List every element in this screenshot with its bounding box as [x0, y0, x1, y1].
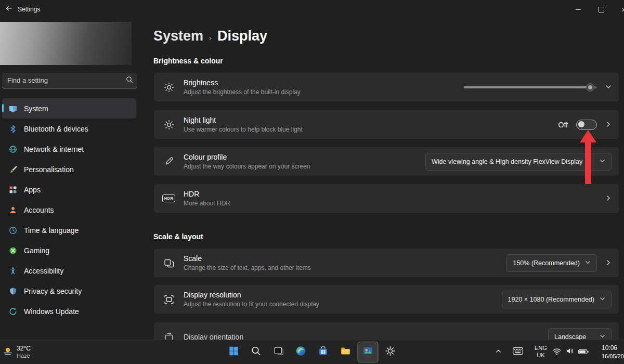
sidebar-item-accessibility[interactable]: Accessibility — [2, 261, 136, 281]
scale-title: Scale — [184, 254, 311, 263]
back-arrow-icon — [5, 5, 12, 14]
night-light-toggle[interactable] — [576, 120, 597, 130]
section-scale-layout: Scale & layout — [153, 232, 203, 241]
maximize-button[interactable] — [590, 0, 613, 19]
display-resolution-dropdown[interactable]: 1920 × 1080 (Recommended) — [502, 291, 612, 308]
sidebar-item-label: Accessibility — [24, 267, 63, 275]
sidebar-item-label: Apps — [24, 186, 41, 194]
sidebar-item-label: Gaming — [24, 246, 49, 255]
night-light-icon — [154, 120, 184, 130]
language-code: ENG — [535, 345, 547, 352]
colour-profile-card[interactable]: Colour profile Adjust the way colours ap… — [153, 147, 619, 176]
sidebar-item-apps[interactable]: Apps — [2, 179, 136, 200]
sidebar-item-privacy-security[interactable]: Privacy & security — [2, 281, 136, 301]
weather-haze-icon — [3, 346, 13, 358]
sidebar-item-label: Accounts — [24, 206, 54, 214]
brightness-slider[interactable] — [464, 83, 597, 92]
sidebar: System Bluetooth & devices Network & int… — [0, 19, 138, 340]
minimize-button[interactable] — [567, 0, 590, 19]
start-button[interactable] — [224, 342, 244, 362]
night-light-card[interactable]: Night light Use warmer colours to help b… — [153, 110, 619, 139]
brightness-slider-fill — [464, 86, 590, 88]
colour-profile-dropdown[interactable]: Wide viewing angle & High density FlexVi… — [425, 153, 612, 171]
edge-browser-button[interactable] — [291, 342, 311, 362]
chevron-down-icon — [585, 259, 591, 267]
window-title: Settings — [18, 6, 40, 13]
task-view-button[interactable] — [268, 342, 289, 362]
chevron-right-icon[interactable] — [605, 194, 612, 203]
file-explorer-button[interactable] — [335, 342, 356, 362]
sidebar-item-bluetooth-devices[interactable]: Bluetooth & devices — [2, 119, 136, 139]
page-title: Display — [217, 28, 267, 44]
sidebar-item-network-internet[interactable]: Network & internet — [2, 139, 136, 159]
wifi-icon — [552, 347, 562, 357]
sidebar-item-gaming[interactable]: Gaming — [2, 240, 136, 261]
sidebar-item-personalisation[interactable]: Personalisation — [2, 159, 136, 179]
section-brightness-colour: Brightness & colour — [153, 57, 223, 65]
accessibility-person-icon — [8, 267, 17, 275]
sidebar-item-label: Bluetooth & devices — [24, 125, 88, 133]
touch-keyboard-button[interactable] — [513, 340, 523, 364]
search-input[interactable] — [6, 76, 126, 85]
clock-widget[interactable]: 10:06 16/05/2023 — [602, 340, 624, 364]
breadcrumb-separator-icon: › — [209, 33, 212, 42]
scale-value: 150% (Recommended) — [513, 259, 580, 267]
chevron-right-icon[interactable] — [605, 120, 612, 129]
chevron-down-icon[interactable] — [605, 83, 612, 92]
tray-show-hidden-icons-button[interactable] — [495, 340, 502, 364]
search-icon — [251, 346, 262, 358]
shield-icon — [8, 287, 17, 295]
display-resolution-subtitle: Adjust the resolution to fit your connec… — [184, 301, 319, 308]
brightness-sun-icon — [154, 82, 184, 93]
display-resolution-card[interactable]: Display resolution Adjust the resolution… — [153, 284, 619, 314]
language-region: UK — [535, 352, 547, 359]
clock-icon — [8, 226, 17, 235]
sidebar-item-windows-update[interactable]: Windows Update — [2, 301, 136, 321]
back-button[interactable] — [0, 0, 18, 19]
weather-widget[interactable]: 32°C Haze — [3, 340, 31, 364]
microsoft-store-button[interactable] — [313, 342, 334, 362]
breadcrumb-system[interactable]: System — [153, 28, 203, 44]
apps-grid-icon — [8, 186, 17, 194]
scale-subtitle: Change the size of text, apps, and other… — [184, 264, 311, 271]
minimize-icon — [576, 9, 581, 10]
bluetooth-icon — [8, 125, 17, 133]
sidebar-item-label: Windows Update — [24, 307, 79, 316]
sidebar-item-label: Network & internet — [24, 145, 84, 153]
store-icon — [318, 345, 329, 359]
weather-temp: 32°C — [17, 345, 31, 352]
colour-profile-subtitle: Adjust the way colours appear on your sc… — [184, 163, 310, 170]
keyboard-icon — [513, 347, 523, 357]
chevron-right-icon[interactable] — [605, 258, 612, 268]
active-app-button[interactable] — [358, 342, 379, 362]
profile-image-placeholder — [0, 22, 132, 65]
scale-card[interactable]: Scale Change the size of text, apps, and… — [153, 248, 619, 278]
edge-icon — [295, 345, 307, 359]
sidebar-item-system[interactable]: System — [2, 98, 136, 119]
window-controls: × — [567, 0, 624, 19]
brightness-slider-knob[interactable] — [586, 83, 594, 92]
scale-dropdown[interactable]: 150% (Recommended) — [506, 254, 597, 272]
settings-app-button[interactable] — [380, 342, 401, 362]
folder-icon — [340, 345, 352, 359]
hdr-card[interactable]: HDR HDR More about HDR — [153, 184, 619, 213]
close-button[interactable]: × — [613, 0, 624, 19]
search-icon — [126, 76, 133, 85]
breadcrumb: System › Display — [153, 28, 267, 44]
brightness-subtitle: Adjust the brightness of the built-in di… — [184, 88, 301, 96]
taskbar: 32°C Haze — [0, 340, 624, 364]
colour-profile-value: Wide viewing angle & High density FlexVi… — [432, 158, 594, 165]
language-switcher[interactable]: ENG UK — [535, 340, 547, 364]
sidebar-item-accounts[interactable]: Accounts — [2, 200, 136, 220]
battery-icon — [578, 347, 589, 357]
volume-icon — [566, 347, 574, 357]
system-icon — [8, 105, 17, 113]
brightness-card[interactable]: Brightness Adjust the brightness of the … — [153, 72, 619, 102]
colour-profile-title: Colour profile — [184, 153, 310, 161]
pen-icon — [154, 157, 184, 167]
search-box[interactable] — [2, 73, 137, 88]
sidebar-item-time-language[interactable]: Time & language — [2, 220, 136, 240]
taskbar-search-button[interactable] — [246, 342, 267, 362]
chevron-down-icon — [600, 296, 605, 303]
system-tray-status[interactable] — [552, 340, 589, 364]
